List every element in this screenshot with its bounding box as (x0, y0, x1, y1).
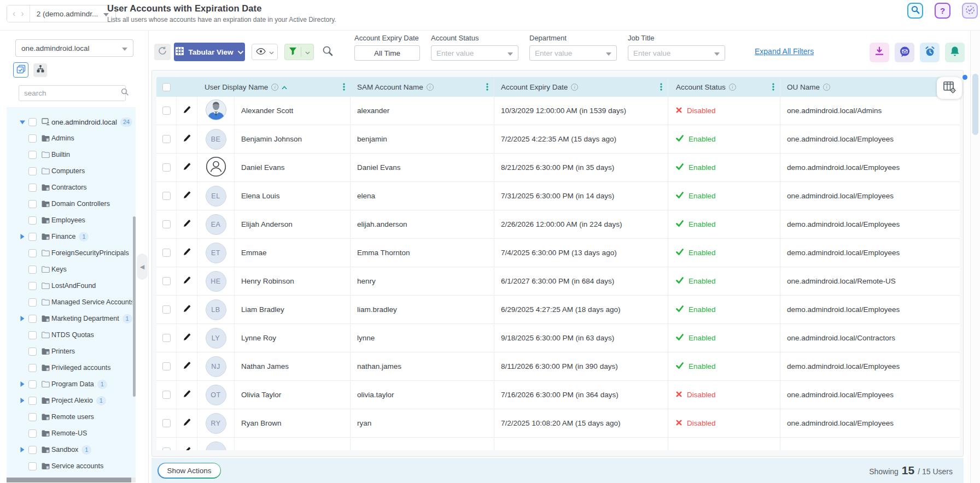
edit-pencil-icon[interactable] (183, 333, 191, 343)
expand-triangle-icon[interactable] (20, 316, 28, 321)
tree-item-one-admindroid-local[interactable]: one.admindroid.local24 (7, 114, 136, 130)
column-menu-icon[interactable] (660, 83, 662, 91)
tree-checkbox[interactable] (28, 364, 37, 372)
tree-item-builtin[interactable]: Builtin (7, 146, 136, 163)
tree-item-printers[interactable]: Printers (7, 343, 136, 360)
tree-item-domain-controllers[interactable]: Domain Controllers (7, 196, 136, 212)
tree-checkbox[interactable] (28, 462, 37, 470)
page-vertical-scrollbar[interactable] (970, 31, 980, 483)
edit-pencil-icon[interactable] (183, 418, 191, 428)
view-mode-button[interactable]: Tabular View (174, 43, 245, 61)
expand-all-filters-link[interactable]: Expand All Filters (755, 47, 814, 56)
info-icon[interactable]: i (729, 84, 736, 91)
tree-item-marketing-department[interactable]: Marketing Department1 (7, 310, 136, 327)
tree-item-employees[interactable]: Employees (7, 212, 136, 228)
tree-checkbox[interactable] (28, 151, 37, 159)
tree-checkbox[interactable] (28, 233, 37, 241)
tree-checkbox[interactable] (28, 397, 37, 405)
row-checkbox[interactable] (162, 220, 171, 228)
tree-item-service-accounts[interactable]: Service accounts (7, 458, 136, 474)
row-checkbox[interactable] (162, 192, 171, 200)
column-header-ou-name[interactable]: OU Namei (780, 77, 960, 97)
column-settings-button[interactable] (937, 77, 962, 99)
edit-pencil-icon[interactable] (183, 248, 191, 258)
chevron-left-icon[interactable]: ‹ (13, 9, 15, 19)
row-checkbox[interactable] (162, 362, 171, 370)
tree-item-admins[interactable]: Admins (7, 130, 136, 146)
tree-checkbox[interactable] (28, 200, 37, 208)
tree-item-program-data[interactable]: Program Data1 (7, 376, 136, 392)
row-checkbox[interactable] (162, 249, 171, 257)
info-icon[interactable]: i (823, 84, 830, 91)
help-button[interactable]: ? (935, 3, 950, 19)
column-header-account-expiry-date[interactable]: Account Expiry Datei (494, 77, 668, 97)
tree-item-privileged-accounts[interactable]: Privileged accounts (7, 360, 136, 376)
column-header-sam-account-name[interactable]: SAM Account Namei (351, 77, 494, 97)
tree-item-lostandfound[interactable]: LostAndFound (7, 278, 136, 294)
tree-checkbox[interactable] (28, 446, 37, 454)
row-checkbox[interactable] (162, 305, 171, 314)
scrollbar-thumb[interactable] (972, 74, 978, 135)
feedback-chat-button[interactable] (895, 43, 914, 62)
tree-item-remote-users[interactable]: Remote users (7, 409, 136, 425)
show-actions-button[interactable]: Show Actions (159, 463, 220, 478)
tree-checkbox[interactable] (28, 266, 37, 274)
tree-item-foreignsecurityprincipals[interactable]: ForeignSecurityPrincipals (7, 245, 136, 261)
tree-item-ntds-quotas[interactable]: NTDS Quotas (7, 327, 136, 343)
edit-pencil-icon[interactable] (183, 105, 191, 116)
tree-item-keys[interactable]: Keys (7, 261, 136, 278)
row-checkbox[interactable] (162, 107, 171, 115)
tree-checkbox[interactable] (28, 216, 37, 225)
tree-item-computers[interactable]: Computers (7, 163, 136, 179)
domain-selector[interactable]: one.admindroid.local (15, 39, 133, 57)
search-icon[interactable] (121, 88, 129, 98)
sort-asc-icon[interactable] (282, 83, 287, 91)
quick-search-button[interactable] (319, 44, 336, 60)
tree-horizontal-scrollbar[interactable] (7, 478, 136, 482)
report-nav-arrows[interactable]: ‹ › (7, 5, 30, 22)
scrollbar-thumb[interactable] (7, 478, 131, 482)
row-checkbox[interactable] (162, 419, 171, 427)
chevron-right-icon[interactable]: › (21, 9, 24, 19)
multi-select-view-toggle[interactable] (13, 62, 28, 78)
column-menu-icon[interactable] (343, 83, 345, 91)
column-menu-icon[interactable] (772, 83, 774, 91)
tree-item-project-alexio[interactable]: Project Alexio1 (7, 392, 136, 409)
row-checkbox[interactable] (162, 447, 171, 450)
edit-pencil-icon[interactable] (183, 276, 191, 286)
edit-pencil-icon[interactable] (183, 134, 191, 144)
tree-search-input[interactable] (24, 89, 121, 97)
expand-triangle-icon[interactable] (20, 381, 28, 387)
filter-input-job-title[interactable]: Enter value (628, 45, 725, 61)
tree-checkbox[interactable] (28, 380, 37, 388)
refresh-button[interactable] (154, 44, 171, 60)
tree-item-contractors[interactable]: Contractors (7, 179, 136, 196)
edit-pencil-icon[interactable] (183, 361, 191, 372)
edit-pencil-icon[interactable] (183, 304, 191, 315)
filter-input-account-expiry-date[interactable]: All Time (354, 45, 420, 61)
tree-checkbox[interactable] (28, 347, 37, 356)
info-icon[interactable]: i (571, 84, 578, 91)
expand-triangle-icon[interactable] (20, 398, 28, 403)
report-selector[interactable]: 2 (demo.admindr... (30, 5, 116, 22)
expand-triangle-icon[interactable] (20, 234, 28, 239)
row-checkbox[interactable] (162, 334, 171, 342)
edit-pencil-icon[interactable] (183, 162, 191, 173)
filter-input-department[interactable]: Enter value (529, 45, 617, 61)
tree-item-remote-us[interactable]: Remote-US (7, 425, 136, 441)
collapse-triangle-icon[interactable] (20, 120, 28, 125)
tree-checkbox[interactable] (28, 282, 37, 290)
tree-checkbox[interactable] (28, 134, 37, 143)
expand-triangle-icon[interactable] (20, 447, 28, 452)
tree-checkbox[interactable] (28, 118, 37, 126)
column-header-account-status[interactable]: Account Statusi (668, 77, 780, 97)
sidebar-collapse-handle[interactable]: ◀ (137, 254, 148, 280)
tree-checkbox[interactable] (28, 298, 37, 307)
tree-checkbox[interactable] (28, 331, 37, 339)
tree-checkbox[interactable] (28, 249, 37, 257)
tree-checkbox[interactable] (28, 315, 37, 323)
tree-checkbox[interactable] (28, 413, 37, 421)
tree-item-finance[interactable]: Finance1 (7, 228, 136, 245)
row-checkbox[interactable] (162, 163, 171, 172)
column-menu-icon[interactable] (486, 83, 488, 91)
